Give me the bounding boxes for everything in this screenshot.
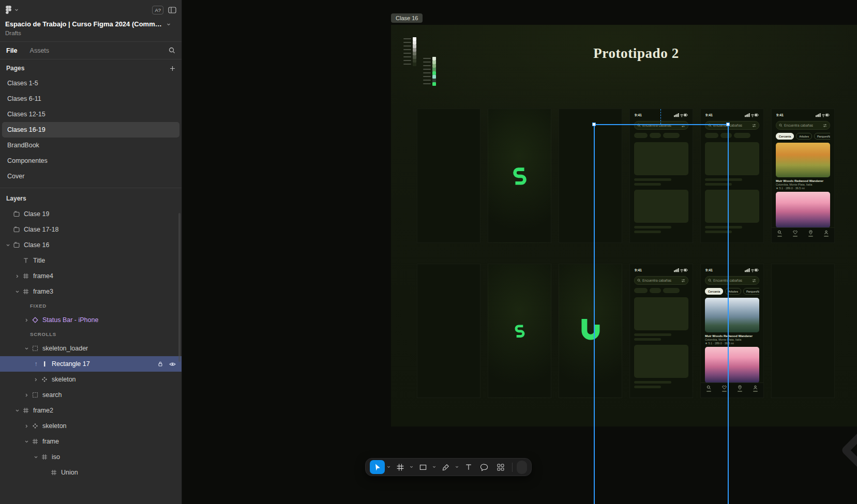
canvas-frame-after-delay4[interactable]: after-delay4 9:41 Encuentra cabañas [629, 264, 693, 398]
lock-icon[interactable] [157, 361, 163, 367]
chevron-right-icon[interactable] [23, 318, 31, 323]
frame-name-badge[interactable]: Clase 16 [391, 13, 423, 23]
ai-badge[interactable]: A? [152, 6, 163, 14]
filter-chips[interactable]: CercaniaArbolesParquesNaturales [705, 288, 759, 295]
phone-bottom-nav[interactable] [701, 383, 763, 398]
chevron-down-icon[interactable] [23, 439, 31, 444]
frame-tool-chevron[interactable] [409, 460, 414, 474]
breadcrumb-drafts[interactable]: Drafts [0, 28, 182, 42]
card-photo-flowers[interactable] [776, 143, 830, 177]
card-photo-sunset[interactable] [705, 347, 759, 383]
layer-frame[interactable]: frame [0, 434, 182, 449]
page-item-clases-16-19[interactable]: Clases 16-19 [2, 122, 179, 138]
layer-skeleton[interactable]: skeleton [0, 418, 182, 434]
chevron-down-icon[interactable] [32, 455, 40, 460]
canvas-frame-frame5[interactable]: frame5 9:41 Encuentra cabañas CercaniaAr… [771, 109, 835, 243]
selection-handle-top-left[interactable] [592, 123, 596, 126]
layer-clase-16[interactable]: Clase 16 [0, 237, 182, 253]
pen-tool-button[interactable] [438, 460, 453, 474]
canvas-frame-after-delay3[interactable]: after-delay3 [559, 264, 622, 398]
canvas-frame-after-delay5[interactable]: after-delay5 9:41 Encuentra cabañas Cerc… [700, 264, 764, 398]
clase-16-frame[interactable]: Prototipado 2 frame0frame1frame2frame3 9… [391, 25, 857, 426]
filter-chips[interactable]: CercaniaArbolesParquesNaturales [776, 133, 830, 140]
actions-tool-button[interactable] [493, 460, 508, 474]
nav-heart-icon[interactable] [793, 230, 798, 237]
page-item-cover[interactable]: Cover [2, 169, 179, 184]
nav-search-icon[interactable] [777, 230, 782, 237]
sidebar-scrollbar[interactable] [178, 213, 181, 362]
add-page-icon[interactable] [170, 66, 175, 71]
tab-assets[interactable]: Assets [30, 47, 50, 54]
canvas-frame-frame4[interactable]: frame4 9:41 Encuentra cabañas [700, 109, 764, 243]
phone-search-bar[interactable]: Encuentra cabañas [776, 121, 830, 130]
page-item-clases-6-11[interactable]: Clases 6-11 [2, 91, 179, 106]
chevron-right-icon[interactable] [23, 424, 31, 429]
text-tool-button[interactable] [461, 460, 476, 474]
page-item-componentes[interactable]: Componentes [2, 153, 179, 169]
layer-rectangle-17[interactable]: ↑Rectangle 17 [0, 356, 182, 372]
nav-heart-icon[interactable] [722, 385, 727, 392]
workspace-title-row[interactable]: Espacio de Trabajo | Curso Figma 2024 (C… [0, 20, 182, 28]
chevron-right-icon[interactable] [13, 274, 21, 279]
canvas-frame-after-delay6[interactable]: after-delay6 [771, 264, 835, 398]
canvas-frame-frame3[interactable]: frame3 9:41 Encuentra cabañas [629, 109, 693, 243]
comment-tool-button[interactable] [477, 460, 492, 474]
frame-tool-button[interactable] [393, 460, 408, 474]
canvas[interactable]: Clase 16 Prototipado 2 frame0frame1frame… [182, 0, 857, 504]
chevron-down-icon[interactable] [23, 346, 31, 351]
card-photo-mountain[interactable] [705, 298, 759, 332]
shape-tool-chevron[interactable] [431, 460, 437, 474]
layer-status-bar-iphone[interactable]: Status Bar - iPhone [0, 312, 182, 328]
layer-skeleton[interactable]: skeleton [0, 372, 182, 387]
layer-frame3[interactable]: frame3 [0, 284, 182, 299]
phone-search-bar[interactable]: Encuentra cabañas [705, 121, 759, 130]
canvas-frame-frame1[interactable]: frame1 [488, 109, 551, 243]
phone-search-bar[interactable]: Encuentra cabañas [634, 121, 688, 130]
layer-frame4[interactable]: frame4 [0, 268, 182, 284]
layer-title[interactable]: Title [0, 253, 182, 268]
eye-icon[interactable] [169, 361, 176, 368]
shape-tool-button[interactable] [415, 460, 430, 474]
move-tool-button[interactable] [370, 460, 385, 474]
canvas-frame-frame0[interactable]: frame0 [417, 109, 480, 243]
layer-search[interactable]: search [0, 387, 182, 403]
chip-parquesnaturales[interactable]: ParquesNaturales [814, 133, 830, 140]
layer-clase-17-18[interactable]: Clase 17-18 [0, 222, 182, 237]
dev-mode-toggle[interactable] [517, 461, 527, 474]
layer-union[interactable]: Union [0, 465, 182, 480]
chip-arboles[interactable]: Arboles [796, 133, 812, 140]
chevron-right-icon[interactable] [23, 393, 31, 398]
chip-parquesnaturales[interactable]: ParquesNaturales [743, 288, 759, 295]
canvas-frame-after-delay1[interactable]: after-delay1 [417, 264, 480, 398]
nav-search-icon[interactable] [706, 385, 711, 392]
chevron-down-icon[interactable] [13, 408, 21, 413]
chevron-down-icon[interactable] [13, 289, 21, 294]
nav-person-icon[interactable] [824, 230, 829, 237]
layer-frame2[interactable]: frame2 [0, 403, 182, 418]
selection-handle-top-right[interactable] [726, 123, 730, 126]
chevron-down-icon[interactable] [4, 243, 12, 248]
nav-pin-icon[interactable] [808, 230, 813, 237]
move-tool-chevron[interactable] [386, 460, 392, 474]
layer-iso[interactable]: iso [0, 449, 182, 465]
chip-cercania[interactable]: Cercania [705, 288, 723, 295]
canvas-frame-frame2[interactable]: frame2 [559, 109, 622, 243]
sidebar-toggle-icon[interactable] [168, 6, 176, 14]
phone-search-bar[interactable]: Encuentra cabañas [705, 276, 759, 285]
phone-bottom-nav[interactable] [772, 227, 834, 242]
page-item-clases-12-15[interactable]: Clases 12-15 [2, 106, 179, 122]
nav-person-icon[interactable] [753, 385, 758, 392]
phone-search-bar[interactable]: Encuentra cabañas [634, 276, 688, 285]
pen-tool-chevron[interactable] [454, 460, 460, 474]
tab-file[interactable]: File [6, 47, 18, 54]
figma-menu-icon[interactable] [5, 6, 12, 14]
chevron-right-icon[interactable] [32, 377, 40, 382]
nav-pin-icon[interactable] [738, 385, 742, 392]
search-icon[interactable] [169, 47, 175, 54]
page-item-clases-1-5[interactable]: Clases 1-5 [2, 75, 179, 91]
canvas-frame-after-delay2[interactable]: after-delay2 [488, 264, 551, 398]
chevron-down-icon[interactable] [14, 8, 19, 12]
layer-skeleton-loader[interactable]: skeleton_loader [0, 341, 182, 356]
chip-cercania[interactable]: Cercania [776, 133, 794, 140]
card-photo-sunset[interactable] [776, 192, 830, 228]
